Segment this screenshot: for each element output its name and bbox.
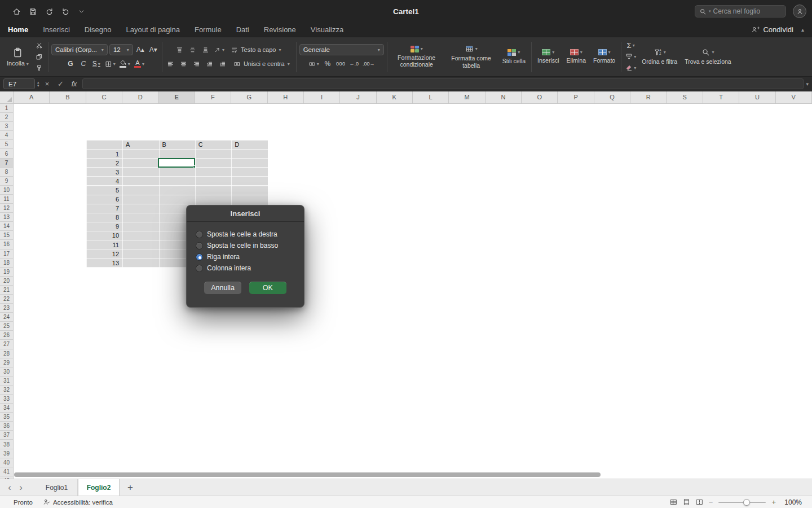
page-break-view-button[interactable] (696, 498, 703, 506)
row-header-31[interactable]: 31 (0, 376, 13, 386)
row-header-22[interactable]: 22 (0, 295, 13, 304)
row-header-12[interactable]: 12 (0, 204, 13, 213)
cell-styles-button[interactable]: ▾ Stili cella (500, 48, 528, 65)
decrease-indent-button[interactable] (204, 58, 215, 69)
search-input[interactable]: ▾ Cerca nel foglio (695, 5, 786, 17)
font-name-select[interactable]: Calibri (Corp...▾ (51, 44, 108, 55)
tab-home[interactable]: Home (8, 25, 28, 34)
column-header-U[interactable]: U (739, 91, 775, 103)
align-left-button[interactable] (165, 58, 176, 69)
row-header-26[interactable]: 26 (0, 331, 13, 340)
align-bottom-button[interactable] (200, 44, 211, 55)
zoom-slider[interactable] (718, 498, 766, 506)
row-header-2[interactable]: 2 (0, 113, 13, 122)
column-header-I[interactable]: I (304, 91, 340, 103)
copy-button[interactable] (34, 52, 45, 62)
row-header-41[interactable]: 41 (0, 467, 13, 476)
normal-view-button[interactable] (670, 498, 677, 506)
row-header-34[interactable]: 34 (0, 404, 13, 413)
select-all-corner[interactable] (0, 91, 14, 104)
search-scope-chevron-icon[interactable]: ▾ (709, 9, 711, 14)
wrap-text-button[interactable]: Testo a capo▾ (227, 45, 284, 55)
clear-button[interactable]: ▾ (624, 63, 637, 73)
format-as-table-button[interactable]: ▾ Formatta come tabella (445, 43, 498, 69)
row-header-16[interactable]: 16 (0, 240, 13, 249)
font-color-button[interactable]: A▾ (133, 58, 145, 69)
column-header-K[interactable]: K (377, 91, 413, 103)
row-header-24[interactable]: 24 (0, 313, 13, 322)
radio-icon[interactable] (196, 242, 203, 249)
tab-inserisci[interactable]: Inserisci (43, 25, 70, 34)
row-header-37[interactable]: 37 (0, 431, 13, 440)
row-header-10[interactable]: 10 (0, 186, 13, 195)
dialog-option-sposta-le-celle-in-basso[interactable]: Sposta le celle in basso (196, 240, 296, 251)
row-header-38[interactable]: 38 (0, 440, 13, 449)
row-header-23[interactable]: 23 (0, 304, 13, 313)
cancel-button[interactable]: Annulla (204, 282, 241, 294)
column-header-C[interactable]: C (86, 91, 122, 103)
row-header-7[interactable]: 7 (0, 159, 13, 168)
tab-layout-di-pagina[interactable]: Layout di pagina (126, 25, 180, 34)
active-cell-E7[interactable] (158, 158, 195, 168)
column-header-Q[interactable]: Q (594, 91, 630, 103)
share-button[interactable]: Condividi (751, 25, 793, 34)
sheet-tab-next-button[interactable]: › (16, 480, 26, 495)
tab-disegno[interactable]: Disegno (85, 25, 112, 34)
page-layout-view-button[interactable] (683, 498, 690, 506)
redo-button[interactable] (61, 7, 70, 16)
insert-cells-button[interactable]: ▾ Inserisci (535, 48, 562, 65)
column-header-N[interactable]: N (486, 91, 522, 103)
increase-font-size-button[interactable]: A▴ (135, 44, 146, 55)
dialog-option-riga-intera[interactable]: Riga intera (196, 251, 296, 262)
row-header-21[interactable]: 21 (0, 286, 13, 295)
row-header-5[interactable]: 5 (0, 140, 13, 149)
row-header-3[interactable]: 3 (0, 122, 13, 131)
row-header-29[interactable]: 29 (0, 358, 13, 367)
horizontal-scrollbar[interactable] (14, 472, 601, 477)
column-header-P[interactable]: P (558, 91, 594, 103)
column-header-O[interactable]: O (522, 91, 558, 103)
save-button[interactable] (29, 7, 37, 16)
row-header-4[interactable]: 4 (0, 131, 13, 140)
row-header-11[interactable]: 11 (0, 195, 13, 204)
tab-visualizza[interactable]: Visualizza (311, 25, 343, 34)
increase-decimal-button[interactable]: ←.0 (348, 58, 360, 69)
row-header-14[interactable]: 14 (0, 222, 13, 231)
home-button[interactable] (12, 7, 21, 16)
add-sheet-button[interactable]: + (127, 482, 133, 493)
bold-button[interactable]: G (65, 58, 76, 69)
row-header-8[interactable]: 8 (0, 168, 13, 177)
radio-icon[interactable] (196, 231, 203, 238)
radio-selected-icon[interactable] (196, 253, 203, 261)
column-header-R[interactable]: R (630, 91, 667, 103)
row-header-32[interactable]: 32 (0, 386, 13, 395)
column-header-E[interactable]: E (158, 91, 195, 103)
align-center-button[interactable] (178, 58, 189, 69)
orientation-button[interactable]: ▾ (213, 44, 226, 55)
row-header-35[interactable]: 35 (0, 413, 13, 422)
underline-button[interactable]: S▾ (91, 58, 102, 69)
decrease-font-size-button[interactable]: A▾ (148, 44, 159, 55)
format-painter-button[interactable] (34, 63, 45, 73)
font-size-select[interactable]: 12▾ (109, 44, 133, 55)
undo-button[interactable] (45, 7, 54, 16)
tab-dati[interactable]: Dati (236, 25, 249, 34)
align-right-button[interactable] (191, 58, 202, 69)
percent-format-button[interactable]: % (322, 58, 333, 69)
tab-revisione[interactable]: Revisione (264, 25, 296, 34)
zoom-slider-thumb[interactable] (743, 499, 750, 506)
column-header-F[interactable]: F (195, 91, 231, 103)
sheet-tab-foglio2[interactable]: Foglio2 (78, 479, 120, 496)
increase-indent-button[interactable] (217, 58, 228, 69)
row-header-28[interactable]: 28 (0, 349, 13, 358)
currency-format-button[interactable]: ▾ (307, 58, 320, 69)
row-header-33[interactable]: 33 (0, 395, 13, 404)
thousands-separator-button[interactable]: 000 (335, 58, 347, 69)
decrease-decimal-button[interactable]: .00→ (361, 58, 376, 69)
merge-center-button[interactable]: Unisci e centra▾ (230, 59, 293, 69)
formula-bar-expand-button[interactable]: ▾ (806, 81, 809, 87)
fill-color-button[interactable]: ▾ (118, 58, 131, 69)
accessibility-check-button[interactable]: Accessibilità: verifica (43, 498, 113, 506)
column-header-S[interactable]: S (667, 91, 703, 103)
dialog-option-colonna-intera[interactable]: Colonna intera (196, 262, 296, 274)
